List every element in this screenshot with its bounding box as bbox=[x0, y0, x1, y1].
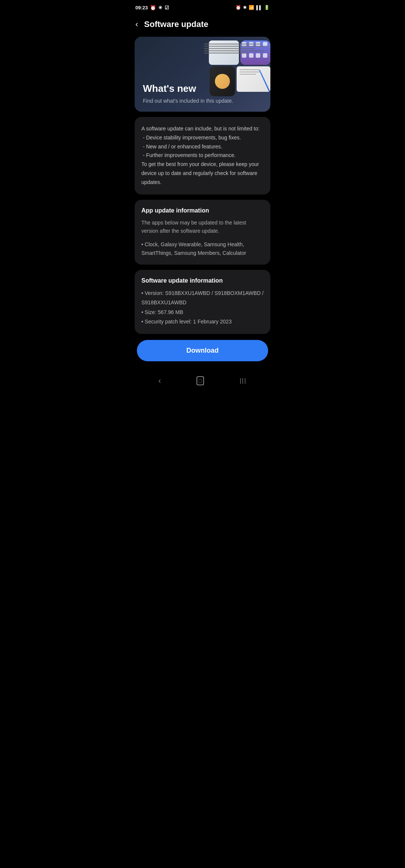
app-update-title: App update information bbox=[141, 207, 264, 214]
alarm-right-icon: ⏰ bbox=[236, 5, 241, 10]
nav-back-button[interactable]: ‹ bbox=[158, 376, 161, 385]
page-title: Software update bbox=[144, 19, 208, 29]
version-info: • Version: S918BXXU1AWBD / S918BOXM1AWBD… bbox=[141, 289, 264, 307]
app-icon-7 bbox=[256, 53, 260, 58]
time-display: 09:23 bbox=[135, 5, 148, 10]
download-button[interactable]: Download bbox=[137, 340, 268, 361]
status-left: 09:23 ⏰ ✳ ☑ bbox=[135, 5, 169, 10]
fan-icon: ✳ bbox=[158, 5, 162, 10]
app-icon-5 bbox=[242, 53, 246, 58]
software-info-list: • Version: S918BXXU1AWBD / S918BOXM1AWBD… bbox=[141, 289, 264, 326]
whats-new-text-block: What's new Find out what's included in t… bbox=[143, 83, 264, 105]
update-description-card: A software update can include, but is no… bbox=[135, 117, 270, 195]
bluetooth-icon: ✱ bbox=[243, 5, 247, 10]
doc-line-2 bbox=[209, 46, 239, 47]
signal-icon: ▌▌ bbox=[256, 5, 262, 10]
app-update-card: App update information The apps below ma… bbox=[135, 200, 270, 265]
main-content: What's new Find out what's included in t… bbox=[129, 37, 276, 334]
whats-new-subtitle: Find out what's included in this update. bbox=[143, 97, 264, 105]
battery-icon: 🔋 bbox=[264, 5, 270, 10]
whats-new-title: What's new bbox=[143, 83, 264, 94]
back-button[interactable]: ‹ bbox=[134, 18, 140, 31]
page-header: ‹ Software update bbox=[129, 13, 276, 37]
app-update-description: The apps below may be updated to the lat… bbox=[141, 218, 264, 235]
wifi-icon: 📶 bbox=[249, 5, 254, 10]
doc-line-1 bbox=[209, 43, 239, 45]
download-section: Download bbox=[129, 334, 276, 369]
software-update-info-card: Software update information • Version: S… bbox=[135, 270, 270, 334]
nav-home-button[interactable]: □ bbox=[196, 376, 204, 385]
app-icon-8 bbox=[263, 53, 267, 58]
feature-image-doc bbox=[209, 40, 239, 65]
nav-recents-button[interactable]: ||| bbox=[240, 377, 246, 384]
size-info: • Size: 567.96 MB bbox=[141, 308, 264, 317]
doc-line-3 bbox=[209, 48, 239, 49]
app-update-list: • Clock, Galaxy Wearable, Samsung Health… bbox=[141, 240, 264, 257]
image-row-top bbox=[201, 40, 270, 65]
checkbox-icon: ☑ bbox=[165, 5, 169, 10]
status-bar: 09:23 ⏰ ✳ ☑ ⏰ ✱ 📶 ▌▌ 🔋 bbox=[129, 0, 276, 13]
doc-line-5 bbox=[209, 52, 239, 54]
security-patch-info: • Security patch level: 1 February 2023 bbox=[141, 317, 264, 326]
update-description-text: A software update can include, but is no… bbox=[141, 124, 264, 187]
alarm-icon: ⏰ bbox=[150, 5, 156, 10]
software-info-title: Software update information bbox=[141, 277, 264, 284]
whats-new-card[interactable]: What's new Find out what's included in t… bbox=[135, 37, 270, 112]
navigation-bar: ‹ □ ||| bbox=[129, 372, 276, 391]
doc-line-4 bbox=[209, 50, 239, 51]
status-right: ⏰ ✱ 📶 ▌▌ 🔋 bbox=[236, 5, 270, 10]
app-icon-6 bbox=[249, 53, 254, 58]
